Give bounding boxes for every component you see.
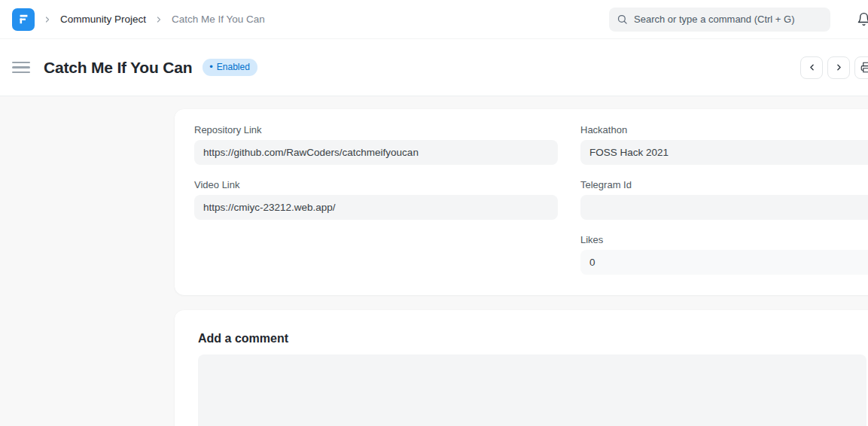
likes-label: Likes (580, 234, 868, 245)
video-link-input[interactable] (194, 195, 558, 220)
likes-input[interactable] (580, 250, 868, 275)
repository-link-input[interactable] (194, 140, 558, 165)
bell-icon[interactable] (857, 12, 868, 26)
frappe-logo-glyph (17, 13, 30, 26)
status-label: Enabled (217, 62, 250, 72)
frappe-logo[interactable] (12, 8, 35, 31)
breadcrumb: Community Project Catch Me If You Can (35, 14, 265, 25)
breadcrumb-item-current[interactable]: Catch Me If You Can (172, 14, 265, 25)
comment-input[interactable] (198, 354, 866, 426)
field-video-link: Video Link (194, 179, 558, 220)
form-column-right: Hackathon Telegram Id Likes (580, 124, 868, 275)
chevron-right-icon (834, 62, 844, 72)
form-column-left: Repository Link Video Link (194, 124, 558, 275)
hackathon-label: Hackathon (580, 124, 868, 135)
page-title: Catch Me If You Can (44, 59, 192, 77)
navbar: Community Project Catch Me If You Can (0, 0, 868, 39)
status-badge: • Enabled (203, 59, 257, 76)
telegram-id-input[interactable] (580, 195, 868, 220)
chevron-right-icon (154, 15, 163, 24)
chevron-left-icon (807, 62, 817, 72)
app-window: Community Project Catch Me If You Can Ca… (0, 0, 868, 426)
field-likes: Likes (580, 234, 868, 275)
form-section: Repository Link Video Link Hackathon Tel… (175, 109, 868, 295)
print-button[interactable] (854, 56, 868, 79)
repository-link-label: Repository Link (194, 124, 558, 135)
comment-section: Add a comment (175, 310, 868, 426)
printer-icon (860, 62, 868, 73)
hackathon-input[interactable] (580, 140, 868, 165)
field-telegram-id: Telegram Id (580, 179, 868, 220)
breadcrumb-item-community-project[interactable]: Community Project (60, 14, 146, 25)
header-actions (800, 56, 868, 79)
next-record-button[interactable] (827, 56, 850, 79)
telegram-id-label: Telegram Id (580, 179, 868, 190)
sidebar-toggle-icon[interactable] (12, 62, 30, 74)
field-repository-link: Repository Link (194, 124, 558, 165)
search-input[interactable] (634, 14, 823, 25)
chevron-right-icon (43, 15, 52, 24)
video-link-label: Video Link (194, 179, 558, 190)
page-header: Catch Me If You Can • Enabled (0, 39, 868, 96)
prev-record-button[interactable] (800, 56, 823, 79)
field-hackathon: Hackathon (580, 124, 868, 165)
search-bar[interactable] (609, 8, 830, 32)
search-icon (617, 14, 628, 25)
add-comment-heading: Add a comment (198, 331, 868, 345)
main-content: Repository Link Video Link Hackathon Tel… (0, 96, 868, 426)
